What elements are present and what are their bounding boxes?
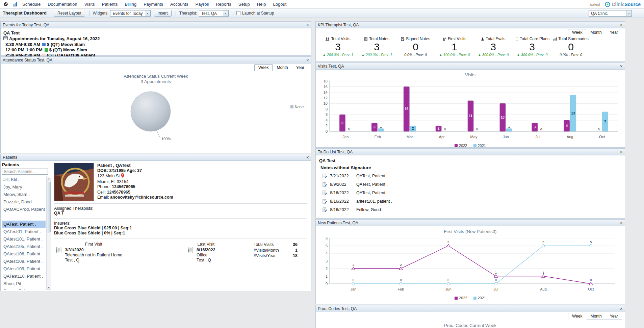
scroll-up-icon[interactable]: ▲ [47, 176, 51, 181]
edit-note-icon[interactable] [323, 182, 327, 187]
attendance-panel-header[interactable]: Attendance Status Test, QA × [1, 57, 311, 64]
period-tab[interactable]: Month [586, 29, 606, 36]
period-tab[interactable]: Year [292, 64, 308, 71]
nav-item[interactable]: Patients [102, 2, 118, 7]
period-tab[interactable]: Year [606, 313, 622, 320]
nav-item[interactable]: Reports [216, 2, 231, 7]
checkbox-icon[interactable] [236, 11, 240, 15]
patient-list-item[interactable]: Stroop, Pal . [2, 287, 46, 290]
period-tab[interactable]: Week [254, 64, 273, 71]
patient-list-item[interactable]: QAtest108, Patient . [2, 258, 46, 265]
new-patients-panel: New Patients Test, QA × First Visits (Ne… [315, 219, 625, 304]
insurers-label: Insurers: [54, 221, 307, 226]
widgets-select[interactable]: Events for Today ▼ [110, 10, 150, 17]
todo-item[interactable]: 8/9/2022 QATest, Patient . [323, 182, 621, 187]
stat-value: 1 [295, 248, 298, 253]
svg-text:1: 1 [325, 274, 327, 278]
period-tab[interactable]: Year [606, 29, 622, 36]
assigned-therapists-value: QA T [54, 211, 307, 216]
location-pin-icon[interactable] [121, 173, 124, 179]
new-patients-panel-header[interactable]: New Patients Test, QA × [316, 220, 625, 226]
clinic-select[interactable]: QA Clinic ▼ [589, 10, 632, 17]
close-icon[interactable]: × [620, 306, 623, 311]
period-tab[interactable]: Week [568, 29, 586, 36]
nav-item[interactable]: Accounts [170, 2, 188, 7]
nav-item[interactable]: Visits [84, 2, 95, 7]
chevron-down-icon[interactable]: ▼ [223, 10, 228, 16]
scroll-down-icon[interactable]: ▼ [47, 285, 51, 290]
patient-list-item[interactable]: QAtest106, Patient . [2, 250, 46, 258]
todo-date: 8/16/2022 [330, 191, 356, 195]
svg-text:Feb: Feb [374, 135, 381, 139]
patient-list-item[interactable]: Shoe, Pit . [2, 280, 46, 287]
launch-at-startup-toggle[interactable]: Launch at Startup [236, 11, 274, 16]
todo-panel-header[interactable]: To-Do List Test, QA × [316, 149, 625, 155]
todo-item[interactable]: 7/21/2022 QATest, Patient . [323, 174, 621, 178]
svg-text:5: 5 [542, 240, 544, 244]
close-icon[interactable]: × [620, 150, 623, 154]
visits-panel-header[interactable]: Visits Test, QA × [316, 63, 625, 70]
patient-email: anosovitsky@clinicsource.com [110, 195, 173, 200]
kpi-value: 0 [396, 42, 435, 52]
period-tab[interactable]: Week [568, 313, 586, 320]
scrollbar[interactable]: ▲ ▼ [46, 176, 51, 290]
nav-item[interactable]: Documentation [48, 2, 77, 7]
kpi-panel-header[interactable]: KPI Therapist Test, QA × [316, 22, 625, 28]
svg-text:Apr: Apr [439, 135, 444, 139]
legend-item: 2021 [473, 296, 486, 300]
todo-list: 7/21/2022 QATest, Patient . 8/9/2022 QAT… [319, 174, 621, 212]
appointment-row[interactable]: 12:00 PM-1:00 PM $ (QT) Meow Slam [5, 47, 308, 52]
period-tab[interactable]: Month [273, 64, 292, 71]
patient-list-item[interactable]: . [2, 213, 46, 221]
nav-item[interactable]: Payments [144, 2, 163, 7]
edit-note-icon[interactable] [323, 174, 327, 178]
edit-note-icon[interactable] [323, 207, 327, 212]
patient-list-item[interactable]: QAMACProd, Patient . [2, 206, 46, 213]
patient-list-item[interactable]: QATest01, Patient . [2, 228, 46, 235]
proc-codes-panel-header[interactable]: Proc. Codes Test, QA × [316, 305, 625, 312]
reset-layout-button[interactable]: Reset Layout [54, 10, 85, 17]
patient-search-input[interactable] [2, 169, 48, 175]
close-icon[interactable]: × [306, 155, 309, 160]
close-icon[interactable]: × [306, 23, 309, 27]
dashboard-icon[interactable] [3, 2, 8, 6]
therapist-select[interactable]: Test, QA ▼ [199, 10, 229, 17]
close-icon[interactable]: × [620, 221, 623, 225]
patient-list-item[interactable]: QAtest105, Patient . [2, 243, 46, 250]
appointment-row[interactable]: 8:30 AM-9:30 AM $ (QT) Meow Slam [5, 42, 308, 47]
nav-item[interactable]: Payroll [195, 2, 209, 7]
scrollbar-track[interactable] [47, 181, 51, 285]
patient-list-item[interactable]: Meow, Slam . [2, 191, 46, 198]
edit-note-icon[interactable] [323, 191, 327, 195]
todo-item[interactable]: 8/16/2022 aritest101, patient . [323, 199, 621, 204]
scrollbar-thumb[interactable] [47, 182, 51, 232]
patient-list-item[interactable]: Joy, Mary . [2, 183, 46, 191]
nav-item[interactable]: Schedule [22, 2, 41, 7]
period-tab[interactable]: Month [586, 313, 606, 320]
nav-item[interactable]: Setup [238, 2, 250, 7]
close-icon[interactable]: × [620, 23, 623, 27]
edit-note-icon[interactable] [323, 199, 327, 204]
todo-item[interactable]: 8/16/2022 Fellow, Good . [323, 207, 621, 212]
patients-panel-header[interactable]: Patients × [1, 154, 311, 161]
chevron-down-icon[interactable]: ▼ [626, 10, 632, 16]
todo-item[interactable]: 8/16/2022 QATest, Patient . [323, 191, 621, 195]
patient-list-item[interactable]: QAtest109, Patient . [2, 265, 46, 273]
chevron-down-icon[interactable]: ▼ [145, 10, 150, 16]
svg-text:6: 6 [325, 112, 327, 117]
reports-chart-icon[interactable] [13, 2, 18, 6]
nav-item[interactable]: Help [257, 2, 266, 7]
events-panel-header[interactable]: Events for Today Test, QA × [1, 22, 311, 28]
patient-list-item[interactable]: Puzzzle, Dood . [2, 198, 46, 206]
patient-list-item[interactable]: Jill, Klil . [2, 176, 46, 183]
stat-row: Total Visits 36 [254, 242, 298, 248]
insert-button[interactable]: Insert [154, 10, 172, 17]
close-icon[interactable]: × [306, 58, 309, 62]
nav-item[interactable]: Billing [125, 2, 136, 7]
nav-item[interactable]: Logout [273, 2, 286, 7]
patient-list-item[interactable]: QATest, Patient . [2, 221, 46, 228]
close-icon[interactable]: × [620, 64, 623, 69]
patient-list-item[interactable]: QATest110, Patient . [2, 273, 46, 280]
patient-list-item[interactable]: QAtest101, Patient . [2, 235, 46, 243]
kpi-trend: ▲ 200.0% - Prev: 1 [357, 53, 396, 57]
